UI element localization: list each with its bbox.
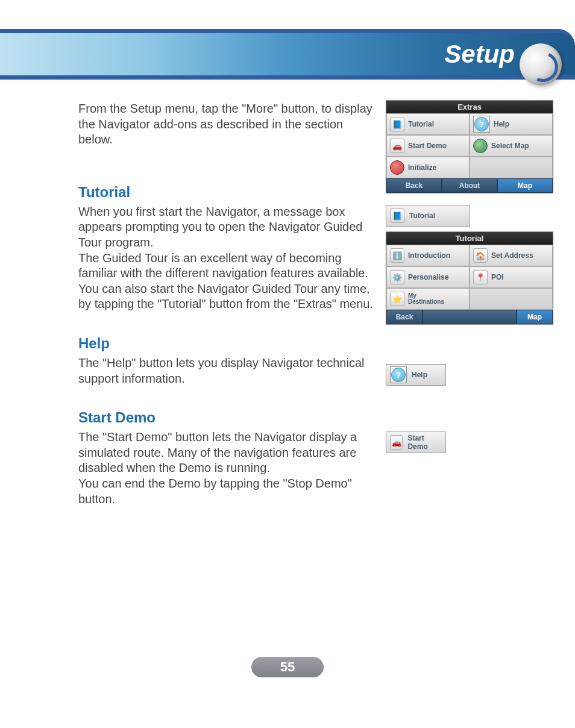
header-curl-decoration — [520, 43, 562, 86]
tutorial-body: When you first start the Navigator, a me… — [78, 204, 380, 312]
page-number: 55 — [251, 657, 324, 677]
startdemo-button-standalone: 🚗 Start Demo — [386, 431, 446, 453]
section-help: Help The "Help" button lets you display … — [78, 335, 380, 386]
personalise-icon: ⚙️ — [390, 270, 404, 284]
globe-icon — [473, 139, 488, 153]
intro-paragraph: From the Setup menu, tap the "More" butt… — [78, 101, 380, 148]
help-button-standalone: ? Help — [386, 364, 446, 386]
destinations-icon: ⭐ — [390, 292, 404, 306]
header-band: Setup — [0, 29, 575, 80]
tut-tile-empty — [470, 288, 553, 310]
page-title: Setup — [444, 40, 515, 69]
tutorial-heading: Tutorial — [78, 184, 380, 201]
tut-tile-personalise[interactable]: ⚙️ Personalise — [386, 266, 470, 288]
section-tutorial: Tutorial When you first start the Naviga… — [78, 184, 380, 312]
extras-map-button[interactable]: Map — [497, 178, 553, 193]
extras-tile-selectmap[interactable]: Select Map — [470, 135, 553, 157]
content-column: From the Setup menu, tap the "More" butt… — [78, 101, 380, 507]
help-icon: ? — [390, 366, 407, 383]
tut-spacer — [423, 310, 517, 324]
tutorial-button[interactable]: 📘 Tutorial — [386, 205, 470, 227]
poi-icon: 📍 — [473, 270, 488, 284]
extras-tile-startdemo[interactable]: 🚗 Start Demo — [386, 135, 470, 157]
address-icon: 🏠 — [473, 248, 488, 263]
tut-tile-introduction[interactable]: ℹ️ Introduction — [386, 245, 470, 266]
extras-screenshot: Extras 📘 Tutorial ? Help 🚗 Start Demo Se… — [386, 100, 553, 193]
tutorial-button-standalone: 📘 Tutorial — [386, 205, 470, 227]
tutorial-icon: 📘 — [390, 117, 404, 131]
tutorial-screenshot: Tutorial ℹ️ Introduction 🏠 Set Address ⚙… — [386, 231, 553, 325]
tutorial-titlebar: Tutorial — [386, 232, 553, 245]
extras-tile-empty — [470, 157, 553, 178]
tut-map-button[interactable]: Map — [517, 310, 553, 324]
extras-titlebar: Extras — [386, 101, 553, 113]
tut-tile-poi[interactable]: 📍 POI — [470, 266, 553, 288]
startdemo-button[interactable]: 🚗 Start Demo — [386, 431, 446, 453]
startdemo-heading: Start Demo — [78, 409, 380, 426]
help-icon: ? — [473, 116, 490, 133]
help-heading: Help — [78, 335, 380, 352]
section-startdemo: Start Demo The "Start Demo" button lets … — [78, 409, 380, 507]
extras-tile-initialize[interactable]: Initialize — [386, 157, 470, 178]
tut-back-button[interactable]: Back — [386, 310, 423, 324]
startdemo-body: The "Start Demo" button lets the Navigat… — [78, 430, 380, 507]
extras-tile-help[interactable]: ? Help — [470, 113, 553, 135]
demo-icon: 🚗 — [390, 139, 404, 153]
tut-tile-setaddress[interactable]: 🏠 Set Address — [470, 245, 553, 266]
initialize-icon — [390, 160, 404, 175]
extras-back-button[interactable]: Back — [386, 178, 442, 193]
intro-icon: ℹ️ — [390, 248, 404, 263]
extras-about-button[interactable]: About — [442, 178, 497, 193]
demo-icon: 🚗 — [390, 435, 403, 450]
help-body: The "Help" button lets you display Navig… — [78, 356, 380, 386]
tutorial-icon: 📘 — [390, 209, 404, 223]
help-button[interactable]: ? Help — [386, 364, 446, 386]
extras-tile-tutorial[interactable]: 📘 Tutorial — [386, 113, 470, 135]
tut-tile-mydestinations[interactable]: ⭐ My Destinations — [386, 288, 470, 310]
